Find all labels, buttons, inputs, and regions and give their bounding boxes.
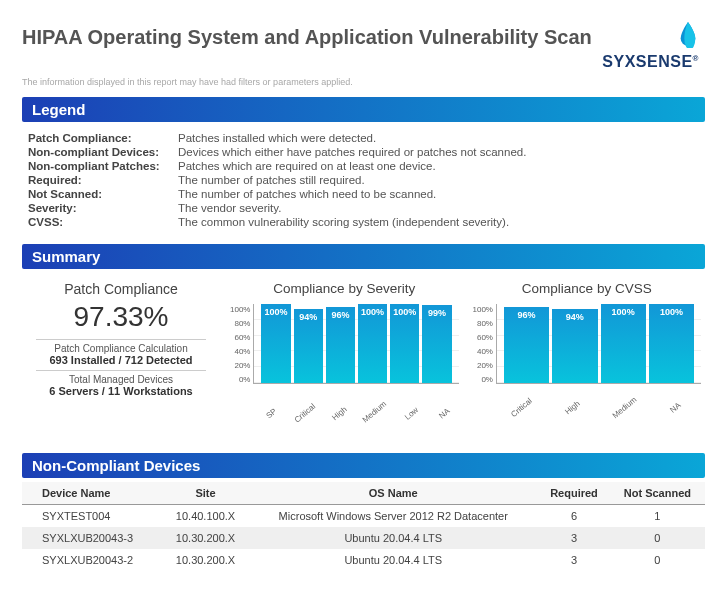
chart-plot: 96%94%100%100% bbox=[496, 304, 701, 384]
bar-label: 100% bbox=[358, 307, 387, 317]
table-cell: 10.30.200.X bbox=[163, 549, 249, 571]
table-row: SYXTEST00410.40.100.XMicrosoft Windows S… bbox=[22, 505, 705, 528]
chart-bar: 100% bbox=[649, 304, 694, 383]
droplet-icon bbox=[677, 20, 699, 48]
table-cell: 3 bbox=[538, 527, 610, 549]
chart-bar: 100% bbox=[601, 304, 646, 383]
table-cell: 0 bbox=[610, 527, 705, 549]
legend-term: Severity: bbox=[28, 202, 178, 214]
section-summary: Summary bbox=[22, 244, 705, 269]
disclaimer-text: The information displayed in this report… bbox=[22, 77, 705, 87]
legend-term: Not Scanned: bbox=[28, 188, 178, 200]
severity-chart: Compliance by Severity 100%80%60%40%20%0… bbox=[230, 277, 459, 433]
legend-row: Severity:The vendor severity. bbox=[28, 202, 699, 214]
patch-compliance-value: 97.33% bbox=[26, 301, 216, 333]
table-cell: 3 bbox=[538, 549, 610, 571]
table-cell: Ubuntu 20.04.4 LTS bbox=[248, 527, 538, 549]
x-axis: CriticalHighMediumNA bbox=[473, 414, 702, 433]
legend-block: Patch Compliance:Patches installed which… bbox=[22, 122, 705, 234]
severity-chart-title: Compliance by Severity bbox=[230, 281, 459, 296]
table-cell: 0 bbox=[610, 549, 705, 571]
bar-label: 100% bbox=[390, 307, 419, 317]
chart-bar: 99% bbox=[422, 305, 451, 383]
legend-term: Non-compliant Devices: bbox=[28, 146, 178, 158]
bar-label: 100% bbox=[261, 307, 290, 317]
calc-value: 693 Installed / 712 Detected bbox=[36, 354, 206, 366]
devices-value: 6 Servers / 11 Workstations bbox=[36, 385, 206, 397]
section-legend: Legend bbox=[22, 97, 705, 122]
cvss-chart-title: Compliance by CVSS bbox=[473, 281, 702, 296]
legend-row: Patch Compliance:Patches installed which… bbox=[28, 132, 699, 144]
legend-term: CVSS: bbox=[28, 216, 178, 228]
bar-label: 94% bbox=[294, 312, 323, 322]
table-cell: 6 bbox=[538, 505, 610, 528]
legend-def: The number of patches which need to be s… bbox=[178, 188, 699, 200]
bar-label: 100% bbox=[601, 307, 646, 317]
legend-row: Not Scanned:The number of patches which … bbox=[28, 188, 699, 200]
table-header: OS Name bbox=[248, 482, 538, 505]
table-row: SYXLXUB20043-310.30.200.XUbuntu 20.04.4 … bbox=[22, 527, 705, 549]
legend-def: Devices which either have patches requir… bbox=[178, 146, 699, 158]
y-axis: 100%80%60%40%20%0% bbox=[473, 304, 496, 384]
table-header: Required bbox=[538, 482, 610, 505]
cvss-chart: Compliance by CVSS 100%80%60%40%20%0%96%… bbox=[473, 277, 702, 433]
legend-def: The vendor severity. bbox=[178, 202, 699, 214]
table-cell: Microsoft Windows Server 2012 R2 Datacen… bbox=[248, 505, 538, 528]
table-header: Not Scanned bbox=[610, 482, 705, 505]
legend-term: Non-compliant Patches: bbox=[28, 160, 178, 172]
table-cell: SYXLXUB20043-3 bbox=[22, 527, 163, 549]
chart-plot: 100%94%96%100%100%99% bbox=[253, 304, 458, 384]
page-title: HIPAA Operating System and Application V… bbox=[22, 26, 592, 49]
x-axis: SPCriticalHighMediumLowNA bbox=[230, 414, 459, 433]
table-cell: 10.40.100.X bbox=[163, 505, 249, 528]
chart-bar: 100% bbox=[390, 304, 419, 383]
chart-bar: 100% bbox=[358, 304, 387, 383]
noncompliant-table: Device NameSiteOS NameRequiredNot Scanne… bbox=[22, 482, 705, 571]
legend-def: The common vulnerability scoring system … bbox=[178, 216, 699, 228]
y-axis: 100%80%60%40%20%0% bbox=[230, 304, 253, 384]
chart-bar: 96% bbox=[504, 307, 549, 383]
bar-label: 100% bbox=[649, 307, 694, 317]
table-header: Device Name bbox=[22, 482, 163, 505]
bar-label: 94% bbox=[552, 312, 597, 322]
table-cell: 10.30.200.X bbox=[163, 527, 249, 549]
bar-label: 96% bbox=[504, 310, 549, 320]
bar-label: 99% bbox=[422, 308, 451, 318]
brand-name: SYXSENSE® bbox=[602, 53, 699, 71]
table-cell: 1 bbox=[610, 505, 705, 528]
section-noncompliant: Non-Compliant Devices bbox=[22, 453, 705, 478]
legend-row: Required:The number of patches still req… bbox=[28, 174, 699, 186]
table-header: Site bbox=[163, 482, 249, 505]
legend-def: The number of patches still required. bbox=[178, 174, 699, 186]
chart-bar: 100% bbox=[261, 304, 290, 383]
patch-compliance-metric: Patch Compliance 97.33% Patch Compliance… bbox=[26, 277, 216, 433]
devices-label: Total Managed Devices bbox=[36, 374, 206, 385]
chart-bar: 96% bbox=[326, 307, 355, 383]
legend-row: CVSS:The common vulnerability scoring sy… bbox=[28, 216, 699, 228]
table-cell: SYXTEST004 bbox=[22, 505, 163, 528]
patch-compliance-title: Patch Compliance bbox=[26, 281, 216, 297]
calc-label: Patch Compliance Calculation bbox=[36, 343, 206, 354]
legend-term: Patch Compliance: bbox=[28, 132, 178, 144]
legend-def: Patches which are required on at least o… bbox=[178, 160, 699, 172]
table-row: SYXLXUB20043-210.30.200.XUbuntu 20.04.4 … bbox=[22, 549, 705, 571]
bar-label: 96% bbox=[326, 310, 355, 320]
legend-def: Patches installed which were detected. bbox=[178, 132, 699, 144]
brand-block: SYXSENSE® bbox=[602, 20, 699, 71]
legend-row: Non-compliant Devices:Devices which eith… bbox=[28, 146, 699, 158]
legend-row: Non-compliant Patches:Patches which are … bbox=[28, 160, 699, 172]
table-cell: Ubuntu 20.04.4 LTS bbox=[248, 549, 538, 571]
chart-bar: 94% bbox=[294, 309, 323, 383]
table-cell: SYXLXUB20043-2 bbox=[22, 549, 163, 571]
legend-term: Required: bbox=[28, 174, 178, 186]
chart-bar: 94% bbox=[552, 309, 597, 383]
